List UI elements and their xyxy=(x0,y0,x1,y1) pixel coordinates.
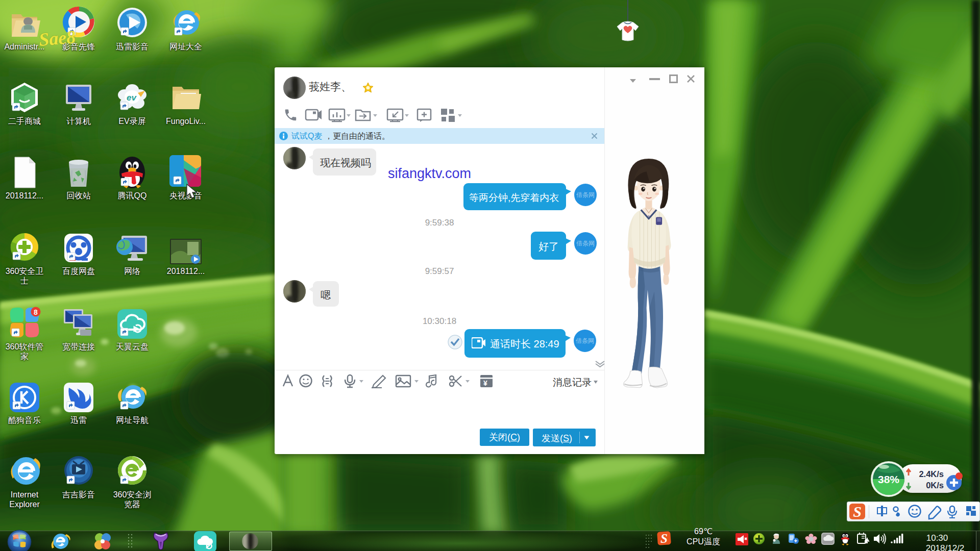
svg-text:38%: 38% xyxy=(878,473,899,485)
svg-text:ev: ev xyxy=(127,93,137,103)
svg-text:¥: ¥ xyxy=(483,379,487,387)
svg-text:S: S xyxy=(853,503,862,520)
svg-text:2.4K/s: 2.4K/s xyxy=(919,469,944,479)
svg-text:8: 8 xyxy=(34,308,38,316)
svg-text:0K/s: 0K/s xyxy=(926,481,944,490)
svg-text:S: S xyxy=(660,532,668,545)
